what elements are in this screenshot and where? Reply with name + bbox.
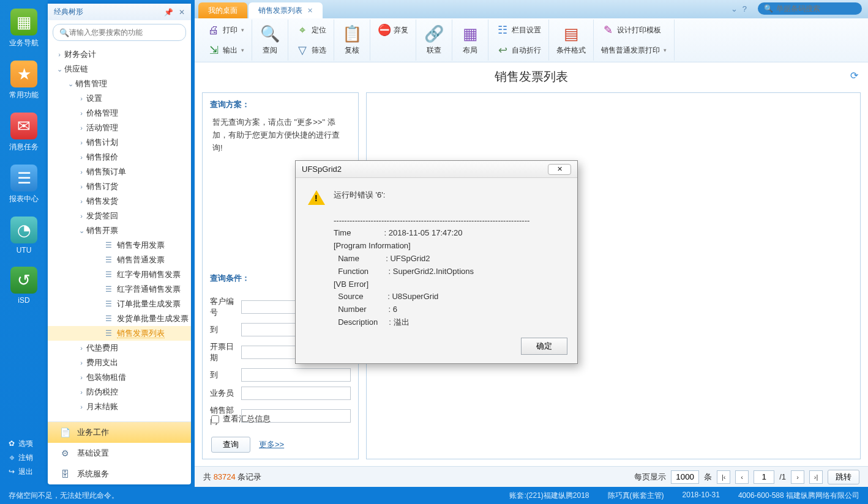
tree-leaf[interactable]: ☰发货单批量生成发票: [48, 311, 191, 326]
page-input[interactable]: [754, 470, 774, 484]
rail-item[interactable]: ✉ 消息任务: [6, 113, 42, 152]
rail-item[interactable]: ↺ iSD: [6, 267, 42, 305]
reject-button[interactable]: ⛔弃复: [375, 21, 411, 39]
label-customer: 客户编号: [210, 296, 241, 318]
locate-button[interactable]: ⌖定位: [293, 21, 329, 39]
tree-node[interactable]: ›销售预订单: [48, 165, 191, 179]
tree-panel-header: 经典树形 📌 ✕: [48, 4, 191, 20]
page-first[interactable]: |‹: [717, 470, 730, 484]
caret-icon: ›: [78, 388, 84, 396]
summary-checkbox-wrap[interactable]: 查看汇总信息: [211, 413, 350, 424]
dialog-ok-button[interactable]: 确定: [521, 338, 567, 355]
tree-node[interactable]: ›代垫费用: [48, 341, 191, 355]
tree-node[interactable]: ›销售报价: [48, 150, 191, 165]
caret-icon: ›: [78, 403, 84, 410]
tree-node[interactable]: ⌄销售管理: [48, 76, 191, 91]
error-dialog: UFSpGrid2 ✕ 运行时错误 '6': -----------------…: [295, 160, 578, 364]
tree-leaf[interactable]: ☰销售发票列表: [48, 326, 191, 341]
tree-node[interactable]: ›设置: [48, 91, 191, 106]
caret-icon: ›: [78, 168, 84, 176]
search-icon: 🔍: [59, 28, 69, 37]
help-icon[interactable]: ?: [743, 4, 747, 13]
barcode-search-input[interactable]: [776, 4, 868, 13]
tab-close-icon[interactable]: ✕: [307, 7, 313, 15]
dialog-title-text: UFSpGrid2: [302, 165, 342, 174]
tree-node[interactable]: ›防伪税控: [48, 385, 191, 399]
refresh-icon[interactable]: ⟳: [850, 70, 858, 81]
sales-invoice-print-button[interactable]: 销售普通发票打印▾: [599, 41, 669, 59]
perpage-input[interactable]: [671, 470, 699, 484]
page-next[interactable]: ›: [791, 470, 804, 484]
pin-icon[interactable]: 📌: [164, 8, 173, 17]
tree-bottom-item[interactable]: 🗄系统服务: [48, 464, 191, 484]
wrap-button[interactable]: ↩自动折行: [493, 41, 544, 59]
print-button[interactable]: 🖨打印▾: [204, 21, 247, 39]
cond-format-button[interactable]: ▤条件格式: [554, 21, 588, 56]
tree-search-input[interactable]: [69, 28, 179, 37]
caret-icon: ›: [78, 109, 84, 117]
link-button[interactable]: 🔗联查: [421, 21, 447, 56]
tree-leaf[interactable]: ☰订单批量生成发票: [48, 297, 191, 311]
rail-bottom-item[interactable]: ✿选项: [7, 439, 48, 449]
document-icon: ☰: [105, 329, 114, 338]
tree-node[interactable]: ›销售发货: [48, 194, 191, 209]
rail-item[interactable]: ★ 常用功能: [6, 61, 42, 100]
layout-button[interactable]: ▦布局: [457, 21, 483, 56]
tree-bottom-nav: 📄业务工作 ⚙基础设置 🗄系统服务: [48, 421, 191, 484]
tree-node[interactable]: ›发货签回: [48, 209, 191, 223]
rail-item[interactable]: ▦ 业务导航: [6, 9, 42, 48]
caret-icon: ›: [78, 124, 84, 132]
tab-desktop[interactable]: 我的桌面: [198, 2, 247, 18]
summary-checkbox[interactable]: [211, 415, 219, 423]
rail-bottom-item[interactable]: ↪退出: [7, 467, 48, 477]
input-date-to[interactable]: [241, 368, 351, 382]
tree-leaf[interactable]: ☰销售普通发票: [48, 253, 191, 267]
tree-leaf[interactable]: ☰红字普通销售发票: [48, 282, 191, 297]
tree-node[interactable]: ›费用支出: [48, 355, 191, 370]
status-account: 账套:(221)福建纵腾2018: [509, 491, 589, 501]
query-button[interactable]: 🔍查阅: [257, 21, 283, 56]
close-icon[interactable]: ✕: [179, 8, 185, 17]
document-icon: ☰: [105, 270, 114, 279]
left-rail: ▦ 业务导航 ★ 常用功能 ✉ 消息任务 ☰ 报表中心 ◔ UTU ↺ iSD …: [0, 0, 48, 487]
query-button[interactable]: 查询: [211, 437, 250, 453]
tab-menu-caret[interactable]: ⌄: [731, 4, 738, 13]
tree-leaf[interactable]: ☰红字专用销售发票: [48, 267, 191, 282]
dialog-titlebar[interactable]: UFSpGrid2 ✕: [296, 161, 577, 178]
tree-bottom-item[interactable]: 📄业务工作: [48, 422, 191, 443]
document-icon: ☰: [105, 285, 114, 294]
column-button[interactable]: ☷栏目设置: [493, 21, 544, 39]
more-link[interactable]: 更多>>: [259, 439, 284, 450]
tree-bottom-item[interactable]: ⚙基础设置: [48, 443, 191, 464]
tree-node[interactable]: ›包装物租借: [48, 370, 191, 385]
tree-search-wrap: 🔍: [48, 20, 191, 45]
page-prev[interactable]: ‹: [735, 470, 749, 484]
tree-node[interactable]: ›价格管理: [48, 106, 191, 120]
tree-node[interactable]: ›销售订货: [48, 179, 191, 194]
tab-invoice-list[interactable]: 销售发票列表✕: [249, 2, 323, 18]
caret-icon: ›: [78, 344, 84, 352]
tree-node[interactable]: ›财务会计: [48, 47, 191, 62]
review-button[interactable]: 📋复核: [339, 21, 365, 56]
caret-icon: ›: [78, 183, 84, 190]
label-date: 开票日期: [210, 341, 241, 363]
tree-node[interactable]: ›销售计划: [48, 135, 191, 150]
barcode-search[interactable]: 🔍: [758, 2, 862, 15]
export-button[interactable]: ⇲输出▾: [204, 41, 247, 59]
tree-node[interactable]: ›活动管理: [48, 120, 191, 135]
filter-button[interactable]: ▽筛选: [293, 41, 329, 59]
caret-icon: ⌄: [67, 80, 73, 88]
jump-button[interactable]: 跳转: [828, 470, 859, 484]
design-template-button[interactable]: ✎设计打印模板: [599, 21, 669, 39]
rail-bottom-item[interactable]: ⎆注销: [7, 453, 48, 463]
page-last[interactable]: ›|: [809, 470, 823, 484]
tree-node[interactable]: ›月末结账: [48, 399, 191, 414]
rail-icon: ↺: [10, 267, 37, 294]
rail-item[interactable]: ◔ UTU: [6, 217, 42, 254]
tree-node[interactable]: ⌄供应链: [48, 62, 191, 76]
dialog-close-button[interactable]: ✕: [548, 164, 571, 175]
rail-item[interactable]: ☰ 报表中心: [6, 165, 42, 204]
tree-leaf[interactable]: ☰销售专用发票: [48, 238, 191, 253]
tree-node[interactable]: ⌄销售开票: [48, 223, 191, 238]
input-salesman[interactable]: [241, 387, 351, 400]
